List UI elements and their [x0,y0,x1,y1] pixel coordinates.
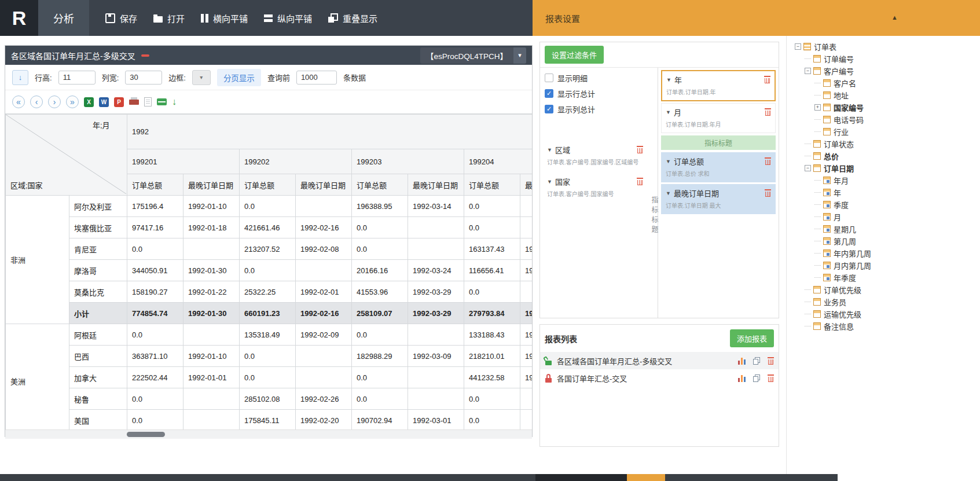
field-name: 月 [674,107,681,118]
collapse-toolbar-button[interactable]: ↓ [12,70,28,85]
measure-field-order-total[interactable]: ▼ 订单总额 订单表.总价 求和 [661,152,776,182]
row-field-region[interactable]: ▼ 区域 订单表.客户编号.国家编号.区域编号 [545,141,645,170]
column-field-month[interactable]: ▼ 月 订单表.订单日期.年月 [661,103,776,133]
report-name: 各区域各国订单年月汇总-多级交叉 [557,355,672,366]
delete-field-icon[interactable] [765,157,771,165]
collapse-node-icon[interactable]: − [805,68,811,74]
row-field-country[interactable]: ▼ 国家 订单表.客户编号.国家编号 [545,173,645,201]
report-file-icon[interactable] [144,97,152,107]
delete-report-icon[interactable] [768,357,774,365]
query-count-input[interactable] [296,71,337,85]
field-caret-icon[interactable]: ▼ [666,77,671,83]
collapse-node-icon[interactable]: − [795,43,801,50]
previous-page-button[interactable]: ‹ [30,96,43,108]
tree-item-order-priority[interactable]: 订单优先级 [787,284,980,296]
filter-conditions-button[interactable]: 设置过滤条件 [545,46,604,64]
checkbox-show-col-total[interactable]: ✓ 显示列总计 [545,104,645,115]
tree-item-address[interactable]: 地址 [787,89,980,101]
field-caret-icon[interactable]: ▼ [666,109,671,115]
chart-icon[interactable] [738,357,746,365]
dataset-dropdown[interactable]: 【esProcDQL4TPCH】 ▾ [420,47,526,64]
col-width-input[interactable] [125,71,162,85]
tree-item-order-date[interactable]: −订单日期 [787,162,980,174]
table-row: 肯尼亚 0.0 213207.52 1992-02-08 0.0 163137.… [6,238,533,260]
cascade-button[interactable]: 重叠显示 [320,0,386,36]
export-pdf-icon[interactable]: P [114,97,124,107]
border-dropdown[interactable]: ▾ [192,70,211,85]
tree-item-ship-priority[interactable]: 运输优先级 [787,308,980,320]
column-field-year[interactable]: ▼ 年 订单表.订单日期.年 [661,70,776,101]
tree-item-remarks[interactable]: 备注信息 [787,320,980,332]
tree-item-year-quarter[interactable]: 年季度 [787,271,980,284]
tree-item-order-id[interactable]: 订单编号 [787,53,980,65]
checkbox-show-detail[interactable]: 显示明细 [545,72,645,83]
tree-item-phone[interactable]: 电话号码 [787,113,980,126]
date-field-icon [823,213,831,221]
tree-item-year[interactable]: 年 [787,186,980,199]
tree-item-order-table[interactable]: −订单表 [787,41,980,53]
collapse-node-icon[interactable]: − [805,165,811,171]
report-list-item[interactable]: 各国订单年汇总-交叉 [540,369,779,387]
tile-vertical-button[interactable]: 纵向平铺 [256,0,320,36]
tab-analysis[interactable]: 分析 [38,0,89,36]
tree-item-total-price[interactable]: 总价 [787,150,980,162]
field-caret-icon[interactable]: ▼ [666,159,671,164]
field-path: 订单表.总价 求和 [666,169,771,178]
delete-field-icon[interactable] [637,146,643,153]
copy-report-icon[interactable] [753,357,760,365]
horizontal-scrollbar[interactable] [5,429,532,439]
collapse-panel-icon[interactable]: ▲ [891,14,898,21]
print-icon[interactable] [129,97,139,107]
export-excel-icon[interactable]: X [84,97,94,107]
tree-connector [805,144,811,144]
field-caret-icon[interactable]: ▼ [666,190,671,196]
export-data-icon[interactable] [157,98,167,105]
open-button[interactable]: 打开 [145,0,193,36]
row-height-input[interactable] [58,71,96,85]
delete-report-icon[interactable] [768,374,774,382]
tree-item-week-of-month[interactable]: 月内第几周 [787,259,980,271]
checkbox-show-row-total[interactable]: ✓ 显示行总计 [545,88,645,99]
table-row: 摩洛哥 344050.91 1992-01-30 0.0 20166.16 19… [6,260,533,281]
export-word-icon[interactable]: W [99,97,109,107]
download-icon[interactable]: ↓ [172,97,177,107]
tree-item-year-month[interactable]: 年月 [787,174,980,186]
copy-report-icon[interactable] [753,374,760,382]
settings-header: 报表设置 ▲ [533,0,980,36]
data-cell: 133188.43 [464,324,520,346]
tree-item-industry[interactable]: 行业 [787,126,980,138]
minimize-icon[interactable] [141,54,149,57]
tile-horizontal-button[interactable]: 横向平铺 [193,0,256,36]
data-cell: 158190.27 [127,281,183,303]
tree-item-customer-id[interactable]: −客户编号 [787,65,980,77]
scrollbar-thumb[interactable] [127,432,165,437]
report-list-item[interactable]: 各区域各国订单年月汇总-多级交叉 [540,352,779,369]
tree-item-salesperson[interactable]: 业务员 [787,296,980,308]
chart-icon[interactable] [738,374,746,382]
tree-item-month[interactable]: 月 [787,211,980,223]
tree-item-quarter[interactable]: 季度 [787,199,980,211]
data-cell: 1992-02-16 [296,217,352,238]
add-report-button[interactable]: 添加报表 [730,329,774,347]
delete-field-icon[interactable] [765,189,771,197]
field-caret-icon[interactable]: ▼ [547,147,552,153]
data-cell: 19 [520,303,533,324]
delete-field-icon[interactable] [764,76,770,83]
data-cell: 0.0 [464,217,520,238]
next-page-button[interactable]: › [48,96,61,108]
first-page-button[interactable]: « [12,96,25,108]
delete-field-icon[interactable] [765,108,771,116]
tree-item-weekday[interactable]: 星期几 [787,223,980,235]
tree-item-country-id[interactable]: +国家编号 [787,101,980,113]
measure-field-latest-order-date[interactable]: ▼ 最晚订单日期 订单表.订单日期 最大 [661,184,776,214]
tree-item-customer-name[interactable]: 客户名 [787,77,980,89]
field-caret-icon[interactable]: ▼ [547,179,552,185]
tree-item-order-status[interactable]: 订单状态 [787,138,980,150]
tree-item-week-of-year[interactable]: 年内第几周 [787,247,980,259]
save-button[interactable]: 保存 [97,0,145,36]
delete-field-icon[interactable] [637,178,643,185]
tree-item-week-number[interactable]: 第几周 [787,235,980,247]
expand-node-icon[interactable]: + [814,104,821,111]
last-page-button[interactable]: » [66,96,79,108]
paging-toggle[interactable]: 分页显示 [217,69,261,86]
